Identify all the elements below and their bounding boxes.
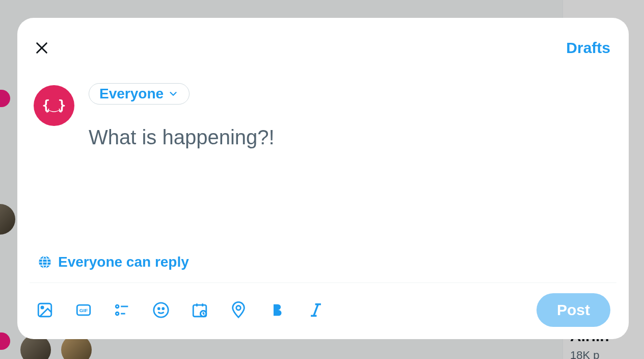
svg-text:{ }: { }	[42, 97, 66, 113]
modal-header: Drafts	[17, 18, 629, 73]
emoji-button[interactable]	[152, 301, 170, 319]
svg-point-9	[116, 312, 119, 315]
italic-button[interactable]	[307, 301, 325, 319]
italic-icon	[307, 301, 325, 319]
svg-point-4	[41, 306, 43, 309]
svg-point-19	[236, 306, 241, 311]
calendar-icon	[191, 301, 208, 319]
compose-main: Everyone	[89, 78, 619, 254]
svg-text:GIF: GIF	[79, 307, 88, 313]
location-button[interactable]	[229, 301, 248, 319]
close-icon	[35, 41, 49, 55]
svg-point-12	[158, 308, 159, 310]
user-avatar[interactable]: { }	[34, 85, 74, 126]
compose-modal: Drafts { } Everyone Everyone can reply	[17, 18, 629, 339]
compose-body: { } Everyone	[17, 73, 629, 254]
bold-icon	[269, 301, 286, 319]
emoji-icon	[152, 301, 170, 319]
media-button[interactable]	[36, 301, 54, 319]
modal-footer: GIF Post	[17, 283, 629, 339]
reply-setting-label: Everyone can reply	[58, 254, 189, 270]
svg-point-13	[163, 308, 164, 310]
compose-toolbar: GIF	[36, 301, 325, 319]
schedule-button[interactable]	[191, 301, 209, 319]
compose-input[interactable]	[89, 126, 619, 195]
svg-point-7	[116, 305, 119, 308]
chevron-down-icon	[168, 88, 179, 99]
poll-button[interactable]	[113, 301, 131, 319]
avatar-image: { }	[42, 93, 66, 118]
svg-point-11	[154, 303, 168, 317]
svg-line-22	[314, 304, 318, 316]
location-icon	[230, 301, 247, 319]
drafts-button[interactable]: Drafts	[566, 39, 610, 57]
audience-selector[interactable]: Everyone	[89, 83, 190, 105]
reply-setting-button[interactable]: Everyone can reply	[17, 254, 629, 283]
image-icon	[36, 301, 53, 319]
close-button[interactable]	[31, 37, 53, 59]
globe-icon	[38, 255, 52, 269]
gif-button[interactable]: GIF	[74, 301, 93, 319]
audience-label: Everyone	[99, 86, 164, 102]
post-button[interactable]: Post	[536, 293, 610, 327]
bold-button[interactable]	[268, 301, 286, 319]
poll-icon	[114, 301, 131, 319]
gif-icon: GIF	[75, 301, 92, 319]
